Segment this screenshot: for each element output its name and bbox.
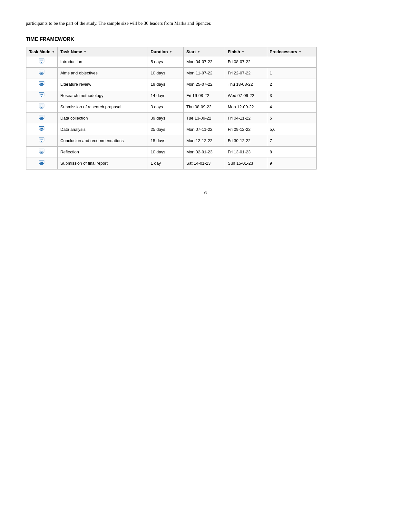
svg-rect-22	[41, 119, 42, 119]
duration-cell: 19 days	[148, 79, 184, 90]
sort-icon-finish: ▼	[241, 50, 245, 53]
table-row: Submission of research proposal3 daysThu…	[26, 101, 316, 112]
table-body: Introduction5 daysMon 04-07-22Fri 08-07-…	[26, 56, 316, 169]
svg-rect-19	[40, 108, 43, 109]
task-mode-cell	[26, 124, 58, 135]
task-mode-icon	[39, 137, 45, 144]
svg-rect-2	[41, 62, 42, 63]
task-mode-cell	[26, 79, 58, 90]
task-mode-cell	[26, 90, 58, 101]
duration-cell: 39 days	[148, 112, 184, 124]
task-mode-cell	[26, 67, 58, 79]
task-name-cell: Conclusion and recommendations	[58, 135, 148, 146]
task-mode-cell	[26, 158, 58, 169]
task-mode-icon	[39, 126, 45, 133]
svg-rect-37	[39, 160, 44, 163]
start-cell: Thu 08-09-22	[183, 101, 225, 112]
col-header-task-mode[interactable]: Task Mode ▼	[26, 47, 58, 56]
task-name-cell: Submission of research proposal	[58, 101, 148, 112]
task-name-cell: Data collection	[58, 112, 148, 124]
table-row: Data collection39 daysTue 13-09-22Fri 04…	[26, 112, 316, 124]
task-name-cell: Reflection	[58, 146, 148, 158]
section-title: TIME FRAMEWORK	[26, 36, 385, 42]
col-header-task-name[interactable]: Task Name ▼	[58, 47, 148, 56]
task-mode-cell	[26, 146, 58, 158]
task-name-cell: Introduction	[58, 56, 148, 67]
task-name-cell: Data analysis	[58, 124, 148, 135]
svg-rect-39	[40, 164, 43, 165]
svg-rect-5	[39, 70, 44, 73]
task-mode-icon	[39, 81, 45, 88]
time-framework-table-wrapper: Task Mode ▼ Task Name ▼ Duration ▼	[26, 47, 317, 169]
task-mode-icon	[39, 103, 45, 111]
start-cell: Sat 14-01-23	[183, 158, 225, 169]
task-mode-cell	[26, 135, 58, 146]
task-mode-icon	[39, 160, 45, 167]
svg-rect-30	[41, 141, 42, 142]
svg-rect-1	[39, 59, 44, 62]
duration-cell: 10 days	[148, 67, 184, 79]
svg-rect-21	[39, 115, 44, 118]
task-mode-icon	[39, 115, 45, 122]
duration-cell: 10 days	[148, 146, 184, 158]
task-mode-cell	[26, 56, 58, 67]
finish-cell: Fri 22-07-22	[225, 67, 267, 79]
predecessors-cell	[267, 56, 316, 67]
svg-rect-35	[40, 153, 43, 154]
task-name-cell: Literature review	[58, 79, 148, 90]
duration-cell: 15 days	[148, 135, 184, 146]
duration-cell: 3 days	[148, 101, 184, 112]
finish-cell: Fri 08-07-22	[225, 56, 267, 67]
svg-rect-33	[39, 149, 44, 152]
table-row: Literature review19 daysMon 25-07-22Thu …	[26, 79, 316, 90]
start-cell: Mon 12-12-22	[183, 135, 225, 146]
svg-rect-27	[40, 131, 43, 131]
finish-cell: Fri 09-12-22	[225, 124, 267, 135]
table-header-row: Task Mode ▼ Task Name ▼ Duration ▼	[26, 47, 316, 56]
table-row: Reflection10 daysMon 02-01-23Fri 13-01-2…	[26, 146, 316, 158]
sort-icon-duration: ▼	[169, 50, 172, 53]
predecessors-cell: 2	[267, 79, 316, 90]
task-mode-icon	[39, 92, 45, 99]
predecessors-cell: 3	[267, 90, 316, 101]
svg-rect-31	[40, 142, 43, 142]
predecessors-cell: 8	[267, 146, 316, 158]
page-number: 6	[26, 190, 385, 195]
finish-cell: Fri 13-01-23	[225, 146, 267, 158]
svg-rect-38	[41, 164, 42, 164]
table-row: Introduction5 daysMon 04-07-22Fri 08-07-…	[26, 56, 316, 67]
duration-cell: 1 day	[148, 158, 184, 169]
col-header-start[interactable]: Start ▼	[183, 47, 225, 56]
sort-icon-task-name: ▼	[83, 50, 87, 53]
start-cell: Tue 13-09-22	[183, 112, 225, 124]
sort-icon-task-mode: ▼	[52, 50, 55, 53]
svg-rect-9	[39, 82, 44, 84]
svg-rect-17	[39, 104, 44, 107]
svg-rect-3	[40, 63, 43, 63]
svg-rect-15	[40, 97, 43, 97]
task-name-cell: Aims and objectives	[58, 67, 148, 79]
duration-cell: 5 days	[148, 56, 184, 67]
svg-rect-34	[41, 152, 42, 153]
task-mode-icon	[39, 149, 45, 156]
start-cell: Mon 25-07-22	[183, 79, 225, 90]
predecessors-cell: 1	[267, 67, 316, 79]
col-header-finish[interactable]: Finish ▼	[225, 47, 267, 56]
predecessors-cell: 5	[267, 112, 316, 124]
task-name-cell: Research methodology	[58, 90, 148, 101]
start-cell: Mon 02-01-23	[183, 146, 225, 158]
task-mode-cell	[26, 101, 58, 112]
finish-cell: Thu 18-08-22	[225, 79, 267, 90]
finish-cell: Fri 04-11-22	[225, 112, 267, 124]
table-row: Data analysis25 daysMon 07-11-22Fri 09-1…	[26, 124, 316, 135]
col-header-duration[interactable]: Duration ▼	[148, 47, 184, 56]
task-mode-icon	[39, 70, 45, 77]
col-header-predecessors[interactable]: Predecessors ▼	[267, 47, 316, 56]
svg-rect-14	[41, 96, 42, 97]
finish-cell: Mon 12-09-22	[225, 101, 267, 112]
predecessors-cell: 4	[267, 101, 316, 112]
svg-rect-10	[41, 85, 42, 85]
predecessors-cell: 7	[267, 135, 316, 146]
task-mode-cell	[26, 112, 58, 124]
finish-cell: Fri 30-12-22	[225, 135, 267, 146]
